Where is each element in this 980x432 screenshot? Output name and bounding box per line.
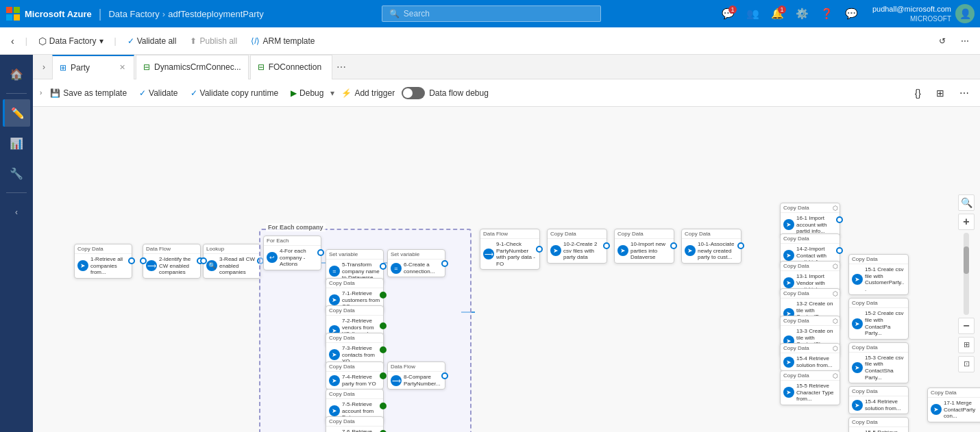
app-logo[interactable]: Microsoft Azure xyxy=(5,6,92,21)
tab-strip: › ⊞ Party ✕ ⊟ DynamicsCrmConnec... ⊟ FOC… xyxy=(33,55,980,79)
node-identify-companies[interactable]: Data Flow ⟶ 2-Identify the CW enabled co… xyxy=(143,244,201,279)
bell-icon[interactable]: 🔔1 xyxy=(768,4,787,23)
node-7-3-icon: ➤ xyxy=(329,349,340,360)
data-flow-debug-toggle[interactable] xyxy=(402,87,425,99)
validate-check-icon: ✓ xyxy=(139,88,146,98)
node-4-icon: ↩ xyxy=(267,252,278,263)
node-10-2-right-conn xyxy=(603,242,610,249)
node-15-5-char[interactable]: Copy Data ➤ 15-5 Retrieve Character Type… xyxy=(780,370,840,405)
debug-icon: ▶ xyxy=(291,88,297,98)
tab-party-close[interactable]: ✕ xyxy=(118,62,127,73)
toolbar-divider-1: | xyxy=(25,36,27,46)
node-15-5[interactable]: Copy Data ➤ 15-5 Retrieve Character Type… xyxy=(848,417,909,432)
sub-toolbar-expand[interactable]: › xyxy=(38,88,43,98)
service-name[interactable]: Data Factory xyxy=(108,9,159,19)
tab-more-button[interactable]: ⋯ xyxy=(336,62,346,73)
code-view-button[interactable]: {} xyxy=(909,85,927,101)
help-icon[interactable]: ❓ xyxy=(818,4,837,23)
data-factory-button[interactable]: ⬡ Data Factory ▾ xyxy=(33,33,109,49)
node-10-import[interactable]: Copy Data ➤ 10-Import new parties into D… xyxy=(614,229,674,264)
zoom-out-button[interactable]: − xyxy=(958,318,975,334)
pipeline-canvas: Copy Data ➤ 1-Retrieve all companies fro… xyxy=(33,107,980,432)
refresh-button[interactable]: ↺ xyxy=(933,34,951,49)
node-10-import-icon: ➤ xyxy=(617,245,628,256)
node-14-2-icon: ➤ xyxy=(783,250,794,261)
properties-button[interactable]: ⊞ xyxy=(931,85,950,101)
node-10-1[interactable]: Copy Data ➤ 10-1-Associate newly created… xyxy=(681,229,742,264)
node-15-3[interactable]: Copy Data ➤ 15-3 Create csv file with Co… xyxy=(848,342,909,383)
node-8-compare[interactable]: Data Flow ⟶ 8-Compare PartyNumber... xyxy=(387,361,445,390)
node-read-companies[interactable]: Lookup 🔍 3-Read all CW enabled companies xyxy=(203,244,261,279)
node-retrieve-companies[interactable]: Copy Data ➤ 1-Retrieve all companies fro… xyxy=(74,244,132,279)
validate-all-button[interactable]: ✓ Validate all xyxy=(122,34,182,49)
tab-dynamics[interactable]: ⊟ DynamicsCrmConnec... xyxy=(136,55,249,79)
node-15-4[interactable]: Copy Data ➤ 15-4 Retrieve solution from.… xyxy=(848,386,909,414)
chevron-down-icon: ▾ xyxy=(99,36,103,46)
nav-author[interactable]: ✏️ xyxy=(3,99,30,127)
validate-copy-runtime-button[interactable]: ✓ Validate copy runtime xyxy=(185,86,284,101)
node-15-4-retrieve[interactable]: Copy Data ➤ 15-4 Retrieve solution from.… xyxy=(780,343,840,371)
node-2-left-conn xyxy=(140,257,147,264)
node-7-4[interactable]: Copy Data ➤ 7-4-Retrieve party from YO xyxy=(326,361,384,390)
arm-template-button[interactable]: ⟨/⟩ ARM template xyxy=(245,34,320,49)
canvas-area: Copy Data ➤ 1-Retrieve all companies fro… xyxy=(33,107,980,432)
zoom-in-button[interactable]: + xyxy=(958,214,975,230)
node-9-1[interactable]: Data Flow ⟶ 9-1-Check PartyNumber with p… xyxy=(480,229,540,270)
nav-monitor[interactable]: 📊 xyxy=(3,129,30,157)
more-options-button[interactable]: ⋯ xyxy=(955,34,975,49)
validate-button[interactable]: ✓ Validate xyxy=(134,86,183,101)
nav-collapse[interactable]: ‹ xyxy=(3,199,30,226)
save-template-icon: 💾 xyxy=(50,88,60,98)
add-trigger-button[interactable]: ⚡ Add trigger xyxy=(336,86,400,101)
breadcrumb: Data Factory › adfTestdeploymentParty xyxy=(108,9,263,19)
zoom-scrollbar[interactable] xyxy=(964,233,969,315)
people-icon[interactable]: 👥 xyxy=(744,4,763,23)
node-9-1-right-conn xyxy=(536,246,543,253)
debug-dropdown-icon[interactable]: ▾ xyxy=(330,88,334,98)
node-15-2[interactable]: Copy Data ➤ 15-2 Create csv file with Co… xyxy=(848,298,909,339)
node-16-1[interactable]: Copy Data ➤ 16-1 Import account with par… xyxy=(780,203,840,238)
node-10-2[interactable]: Copy Data ➤ 10-2-Create 2 csv files with… xyxy=(547,229,607,264)
settings-icon[interactable]: ⚙️ xyxy=(793,4,812,23)
tab-party[interactable]: ⊞ Party ✕ xyxy=(52,55,134,79)
feedback-icon[interactable]: 💬 xyxy=(842,4,861,23)
debug-button[interactable]: ▶ Debug xyxy=(285,86,329,101)
node-17-1[interactable]: Copy Data ➤ 17-1 Merge ContactParty con.… xyxy=(927,387,980,422)
node-6-right-conn xyxy=(441,260,448,267)
node-15-1[interactable]: Copy Data ➤ 15-1 Create csv file with Cu… xyxy=(848,254,909,295)
save-template-button[interactable]: 💾 Save as template xyxy=(45,86,132,101)
toolbar-right: ↺ ⋯ xyxy=(933,34,975,49)
publish-all-button[interactable]: ⬆ Publish all xyxy=(184,34,243,49)
node-5-icon: = xyxy=(329,266,340,277)
node-create-connection[interactable]: Set variable = 6-Create a connection... xyxy=(387,249,445,277)
validate-icon: ✓ xyxy=(127,36,134,46)
node-15-1-icon: ➤ xyxy=(852,274,863,285)
node-7-6[interactable]: Copy Data ➤ 7-6-Retrieve contact from Da… xyxy=(326,416,384,432)
user-avatar[interactable]: 👤 xyxy=(955,4,975,23)
notifications-icon[interactable]: 💬1 xyxy=(719,4,738,23)
top-bar-actions: 💬1 👥 🔔1 ⚙️ ❓ 💬 pudhall@microsoft.com MIC… xyxy=(719,4,975,23)
collapse-panel-button[interactable]: ‹ xyxy=(5,33,20,49)
node-3-icon: 🔍 xyxy=(206,260,217,271)
node-14-2-right-conn xyxy=(836,247,843,254)
nav-manage[interactable]: 🔧 xyxy=(3,160,30,187)
node-1-icon: ➤ xyxy=(77,260,88,271)
tab-dynamics-icon: ⊟ xyxy=(143,62,150,72)
top-bar: Microsoft Azure | Data Factory › adfTest… xyxy=(0,0,980,27)
tab-fo[interactable]: ⊟ FOConnection xyxy=(250,55,332,79)
fit-screen-button[interactable]: ⊞ xyxy=(958,337,975,353)
tab-expand-button[interactable]: › xyxy=(36,59,52,75)
search-input[interactable] xyxy=(404,9,582,18)
fit-all-button[interactable]: ⊡ xyxy=(958,356,975,372)
search-container[interactable]: 🔍 xyxy=(382,5,601,22)
datafactory-icon: ⬡ xyxy=(38,36,47,47)
node-7-1-icon: ➤ xyxy=(329,294,340,305)
node-foreach[interactable]: For Each ↩ 4-For each company - Actions xyxy=(263,236,321,270)
search-canvas-button[interactable]: 🔍 xyxy=(958,194,975,211)
canvas-more-button[interactable]: ⋯ xyxy=(954,85,975,101)
nav-home[interactable]: 🏠 xyxy=(3,60,30,88)
user-area[interactable]: pudhall@microsoft.com MICROSOFT 👤 xyxy=(872,4,975,23)
node-16-1-icon: ➤ xyxy=(783,219,794,230)
node-5-right-conn xyxy=(380,263,387,270)
breadcrumb-item[interactable]: adfTestdeploymentParty xyxy=(168,9,263,19)
